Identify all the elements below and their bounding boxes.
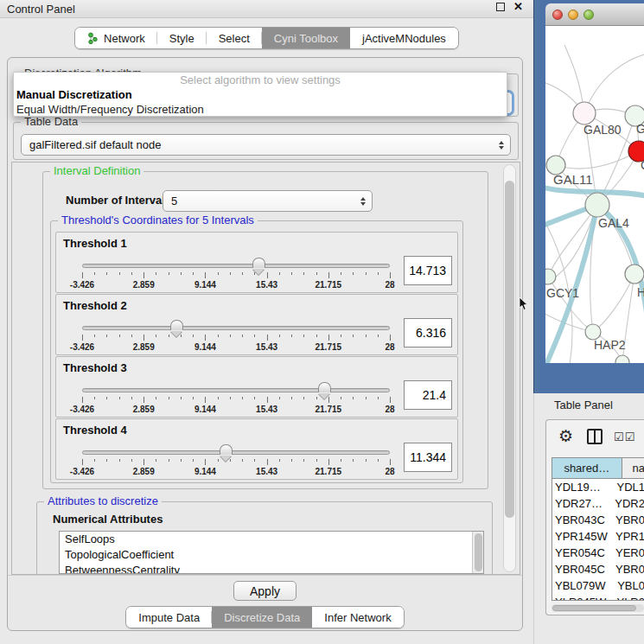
numerical-attributes-label: Numerical Attributes: [53, 513, 163, 526]
slider-thumb[interactable]: [252, 258, 265, 268]
tick: [106, 397, 107, 399]
slider-tick-labels: -3.4262.8599.14415.4321.71528: [82, 280, 390, 290]
dropdown-option-equal-width[interactable]: Equal Width/Frequency Discretization: [14, 102, 507, 117]
tick: [106, 459, 107, 462]
tab-select[interactable]: Select: [207, 28, 262, 48]
tab-network[interactable]: Network: [75, 28, 157, 48]
slider-track[interactable]: [82, 450, 390, 455]
tick: [378, 459, 379, 462]
checkbox-columns-icon[interactable]: ☑☑: [614, 430, 635, 443]
tick: [156, 335, 156, 337]
close-icon[interactable]: ✕: [513, 3, 523, 11]
slider-track[interactable]: [82, 326, 390, 330]
slider-track[interactable]: [82, 264, 390, 268]
tick: [181, 272, 182, 275]
column-header-name[interactable]: na: [622, 458, 644, 478]
table-row[interactable]: YLR345WYLR3: [552, 594, 644, 601]
network-node-h[interactable]: [625, 265, 644, 284]
threshold-value-input[interactable]: 21.4: [404, 380, 452, 410]
close-traffic-light-icon[interactable]: [552, 10, 563, 20]
list-item[interactable]: TopologicalCoefficient: [60, 547, 483, 563]
settings-scroll-area: Interval Definition Number of Intervals …: [11, 162, 520, 575]
tick: [193, 272, 194, 275]
number-of-intervals-combobox[interactable]: 5: [163, 190, 373, 212]
network-node-gal80[interactable]: [573, 102, 596, 124]
tick: [328, 272, 329, 278]
threshold-value-input[interactable]: 11.344: [404, 443, 452, 472]
tick: [378, 397, 379, 399]
dropdown-placeholder-item[interactable]: Select algorithm to view settings: [14, 73, 507, 87]
split-columns-icon[interactable]: [587, 429, 603, 444]
scrollbar-thumb[interactable]: [505, 181, 514, 518]
tick: [303, 335, 304, 337]
table-row[interactable]: YBR045CYBR0: [552, 561, 644, 577]
table-horizontal-scrollbar[interactable]: [552, 604, 644, 612]
tab-impute-data[interactable]: Impute Data: [126, 607, 212, 628]
network-window-frame: GAL80GACGAL11GAL4GCY1HHAP2: [533, 0, 644, 393]
threshold-slider[interactable]: [82, 450, 390, 456]
settings-vertical-scrollbar[interactable]: [503, 164, 516, 572]
table-row[interactable]: YPR145WYPR1: [552, 528, 644, 545]
list-scrollbar[interactable]: [472, 532, 483, 573]
tab-cyni-toolbox[interactable]: Cyni Toolbox: [262, 28, 350, 48]
cell-shared-name: YBR045C: [552, 561, 613, 577]
tick-label: 21.715: [316, 342, 342, 352]
table-row[interactable]: YDR27…YDR2: [552, 495, 644, 512]
tick: [341, 272, 341, 275]
network-edge[interactable]: [556, 151, 639, 169]
slider-thumb[interactable]: [220, 444, 233, 455]
tick: [378, 335, 379, 337]
zoom-traffic-light-icon[interactable]: [583, 10, 594, 20]
column-header-shared[interactable]: shared…: [552, 458, 622, 478]
node-attribute-table[interactable]: shared… na YDL19…YDL1YDR27…YDR2YBR043CYB…: [552, 457, 644, 601]
tick: [366, 335, 367, 337]
cell-name: YBR0: [613, 512, 644, 528]
table-row[interactable]: YDL19…YDL1: [552, 479, 644, 495]
network-view[interactable]: GAL80GACGAL11GAL4GCY1HHAP2: [545, 26, 644, 363]
tick-label: -3.426: [70, 467, 94, 476]
list-item[interactable]: BetweennessCentrality: [60, 563, 483, 574]
network-graph[interactable]: GAL80GACGAL11GAL4GCY1HHAP2: [545, 26, 644, 363]
slider-thumb[interactable]: [318, 382, 331, 392]
group-label: Attributes to discretize: [44, 494, 162, 507]
table-data-combobox[interactable]: galFiltered.sif default node: [21, 134, 511, 156]
tick: [230, 272, 231, 275]
tab-jactivemnodules[interactable]: jActiveMNodules: [350, 28, 458, 48]
network-edge[interactable]: [584, 54, 644, 113]
table-header-row: shared… na: [552, 458, 644, 479]
table-row[interactable]: YER054CYER0: [552, 545, 644, 561]
network-node-gcy1[interactable]: [545, 269, 556, 284]
gear-icon[interactable]: ⚙: [558, 426, 573, 446]
tick: [169, 459, 169, 462]
table-row[interactable]: YBR043CYBR0: [552, 512, 644, 528]
table-row[interactable]: YBL079WYBL0: [552, 577, 644, 594]
network-window-titlebar[interactable]: [545, 3, 644, 26]
tab-infer-network[interactable]: Infer Network: [312, 607, 403, 628]
tick-label: 2.859: [133, 342, 155, 352]
apply-button[interactable]: Apply: [233, 581, 296, 601]
float-window-icon[interactable]: [496, 3, 505, 11]
scrollbar-thumb[interactable]: [552, 605, 636, 611]
numerical-attributes-list[interactable]: SelfLoopsTopologicalCoefficientBetweenne…: [59, 531, 484, 574]
list-item[interactable]: SelfLoops: [60, 532, 483, 547]
tick: [291, 397, 292, 399]
network-node[interactable]: [615, 355, 629, 363]
tick: [390, 272, 391, 278]
network-node-gal4[interactable]: [585, 193, 609, 217]
tick-label: 2.859: [133, 467, 155, 476]
tick: [291, 335, 292, 337]
threshold-slider[interactable]: [82, 326, 390, 331]
top-tab-bar: NetworkStyleSelectCyni ToolboxjActiveMNo…: [0, 27, 533, 49]
threshold-value-input[interactable]: 6.316: [404, 318, 452, 348]
tab-label: Network: [104, 32, 145, 45]
tab-style[interactable]: Style: [157, 28, 207, 48]
slider-thumb[interactable]: [170, 320, 183, 330]
threshold-slider[interactable]: [82, 388, 390, 393]
network-edge[interactable]: [593, 274, 634, 332]
threshold-value-input[interactable]: 14.713: [404, 256, 452, 285]
dropdown-option-manual[interactable]: Manual Discretization: [14, 87, 507, 102]
slider-track[interactable]: [82, 388, 390, 392]
minimize-traffic-light-icon[interactable]: [568, 10, 578, 20]
threshold-slider[interactable]: [82, 264, 390, 269]
tab-discretize-data[interactable]: Discretize Data: [212, 607, 312, 628]
